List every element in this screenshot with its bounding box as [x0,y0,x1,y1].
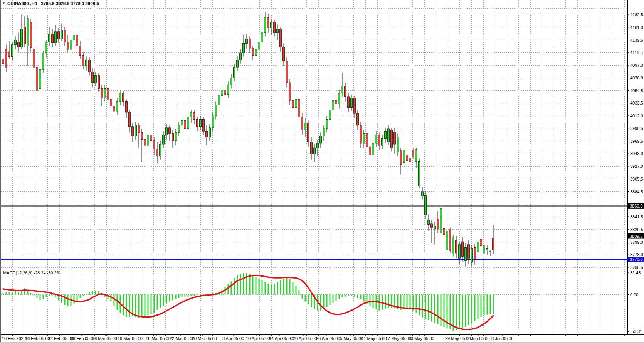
candle-bullish [21,29,23,47]
macd-histogram-bar [185,295,186,297]
candle-bullish [341,86,343,93]
chart-canvas[interactable]: 4182.54161.04139.54118.54097.04076.04054… [0,0,644,343]
macd-histogram-bar [354,295,355,297]
candle-bullish [261,33,263,42]
macd-histogram-bar [89,292,90,294]
candle-bearish [286,61,288,83]
candle-bearish [357,113,359,125]
macd-histogram-bar [175,295,177,299]
price-axis-label: 3905.5 [630,177,643,181]
macd-histogram-bar [360,295,362,300]
macd-histogram-bar [43,295,44,300]
candle-bullish [104,88,106,98]
price-axis-label: 4012.0 [630,113,643,118]
candle-bearish [110,99,112,106]
macd-histogram-bar [249,274,251,295]
macd-histogram-bar [182,295,183,297]
macd-histogram-bar [135,295,136,317]
candle-bearish [153,141,155,149]
macd-histogram-bar [240,274,241,295]
macd-histogram-bar [416,295,417,313]
macd-histogram-bar [123,295,124,316]
time-axis-label: 20 Apr 05:00 [293,336,317,341]
macd-histogram-bar [259,278,260,294]
candle-bullish [277,29,279,33]
candle-bullish [12,45,13,57]
macd-histogram-bar [484,295,485,316]
candle-bullish [422,192,424,196]
candle-bullish [375,135,377,143]
candle-bullish [163,135,165,144]
time-axis-label: 3 Apr 05:00 [222,336,244,341]
macd-histogram-bar [169,295,170,302]
candles-layer[interactable] [2,12,494,267]
candle-bullish [271,22,272,28]
macd-histogram-bar [163,295,164,306]
price-axis-label: 3884.5 [630,189,643,194]
candle-bullish [70,40,72,49]
time-axis-label: 16 Feb 05:00 [25,336,50,341]
chevron-down-icon: ▼ [2,2,5,5]
candle-bullish [187,117,189,129]
candle-bullish [255,49,257,55]
macd-histogram-bar [289,279,291,295]
macd-histogram-bar [256,277,257,295]
candle-bearish [197,119,198,126]
macd-layer[interactable] [3,273,494,331]
price-axis-label: 3841.5 [630,215,643,219]
macd-histogram-bar [299,290,300,295]
candle-bearish [412,150,414,156]
candle-bullish [489,251,491,252]
candle-bullish [320,136,322,143]
time-axis-label: 2 Jun 05:00 [467,336,490,341]
candle-bullish [471,249,473,262]
time-axis-label: 26 Apr 05:00 [316,336,340,341]
candle-bullish [230,78,232,85]
candle-bearish [150,135,152,140]
macd-histogram-bar [265,282,266,294]
macd-histogram-bar [83,295,84,296]
candle-bearish [169,128,171,133]
macd-histogram-bar [305,295,306,302]
time-axis-label: 29 May 05:00 [445,336,471,341]
candle-bullish [147,135,149,145]
candle-bearish [289,83,291,100]
price-axis-label: 3820.5 [630,227,643,232]
candle-bullish [181,120,183,125]
macd-histogram-bar [481,295,482,317]
macd-histogram-bar [157,295,158,310]
axes-layer[interactable]: 4182.54161.04139.54118.54097.04076.04054… [0,0,644,343]
candle-bearish [267,17,269,28]
candle-bearish [138,125,140,132]
candle-bullish [237,60,239,67]
symbol-dropdown[interactable]: ▼ CHINA300-,H4 [2,1,37,6]
macd-histogram-bar [296,286,297,294]
candle-bearish [449,229,451,250]
macd-histogram-bar [441,295,442,326]
candle-bullish [45,42,47,53]
candle-bearish [480,239,482,246]
hlines-layer [1,206,627,259]
candle-bullish [212,116,214,128]
macd-histogram-bar [437,295,439,324]
macd-histogram-bar [493,295,494,314]
candle-bullish [477,242,479,252]
macd-histogram-bar [12,292,13,294]
candle-bearish [252,48,254,55]
svg-text:3770.0: 3770.0 [630,257,643,262]
macd-histogram-bar [274,284,275,295]
candle-bullish [200,119,202,126]
time-axis-label: 10 Feb 2023 [2,336,26,341]
macd-histogram-bar [283,279,284,294]
candle-bearish [474,248,476,260]
macd-indicator-label: MACD(12,26,9) -28.24 -30.26 [3,270,59,275]
candle-bullish [382,139,383,145]
macd-histogram-bar [197,295,198,296]
candle-bearish [18,42,20,47]
candle-bearish [126,101,128,112]
macd-histogram-bar [323,295,325,309]
macd-histogram-bar [237,275,238,294]
candle-bullish [218,96,220,105]
macd-histogram-bar [243,273,244,295]
macd-histogram-bar [114,295,115,306]
